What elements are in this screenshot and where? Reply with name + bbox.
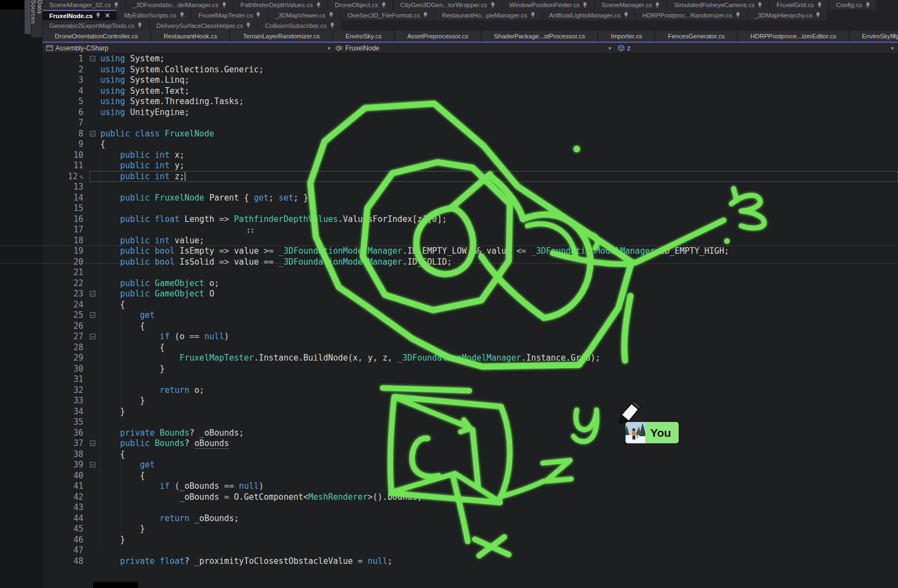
document-tab[interactable]: CityGen3DGen...torWrapper.cs (394, 0, 502, 10)
pin-icon[interactable] (382, 2, 386, 8)
pin-icon[interactable] (624, 12, 628, 18)
pin-icon[interactable] (866, 2, 870, 8)
code-line[interactable]: 1–using System; (43, 54, 898, 65)
code-line[interactable]: 7 (43, 118, 898, 129)
code-editor[interactable]: ∙∙∙∙ 1–using System;2using System.Collec… (43, 54, 898, 588)
breadcrumb-member[interactable]: z (617, 43, 630, 53)
code-line[interactable]: 28 { (43, 342, 898, 353)
pin-icon[interactable] (329, 12, 333, 18)
document-tab[interactable]: ArtificialLightsManager.cs (543, 10, 635, 20)
code-line[interactable]: 40 { (43, 471, 898, 482)
document-tab[interactable]: Config.cs (829, 0, 877, 10)
code-line[interactable]: 20 public bool IsSolid => value == _3DFo… (43, 257, 898, 268)
code-line[interactable]: 47 (43, 545, 898, 556)
code-line[interactable]: 6using UnityEngine; (43, 107, 898, 118)
pin-icon[interactable] (256, 12, 260, 18)
document-tab[interactable]: PathfinderDepthValues.cs (234, 0, 327, 10)
document-tab[interactable]: FruxelMapTester.cs (192, 10, 268, 20)
code-line[interactable]: 43 (43, 503, 898, 513)
document-tab[interactable]: HDRPPostproc...Randomizer.cs (636, 10, 747, 20)
breadcrumb-type[interactable]: FruxelNode (336, 43, 379, 53)
code-line[interactable]: 4using System.Text; (43, 86, 898, 97)
tab-overflow-chevron-icon[interactable]: ▾ (893, 32, 896, 39)
code-line[interactable]: 29 FruxelMapTester.Instance.BuildNode(x,… (43, 353, 898, 364)
fold-collapse-marker[interactable]: – (90, 462, 95, 467)
code-line[interactable]: 13 (43, 182, 898, 193)
pin-icon[interactable] (330, 22, 334, 28)
document-tab[interactable]: RestaurantHo...pleManager.cs (435, 10, 541, 20)
code-line[interactable]: 33 } (43, 396, 898, 407)
fold-collapse-marker[interactable]: – (90, 312, 95, 318)
pin-icon[interactable] (423, 12, 428, 18)
breadcrumb-project[interactable]: Assembly-CSharp (46, 43, 109, 53)
code-line[interactable]: 21 (43, 267, 898, 278)
code-line[interactable]: 11 public int y; (43, 161, 898, 172)
code-line[interactable]: 15 (43, 203, 898, 214)
document-well-tab[interactable]: ShaderPackage...stProcessor.cs (482, 31, 597, 42)
document-tab[interactable]: _3DFoundatio...delManager.cs (126, 0, 233, 10)
code-line[interactable]: 34 } (43, 407, 898, 418)
code-line[interactable]: 39– get (43, 460, 898, 471)
code-line[interactable]: 48 private float? _proximityToClosestObs… (43, 556, 898, 567)
code-line[interactable]: 5using System.Threading.Tasks; (43, 96, 898, 107)
code-line[interactable]: 16 public float Length => PathfinderDept… (43, 214, 898, 225)
pin-icon[interactable] (758, 2, 762, 8)
document-tab[interactable]: DroneObject.cs (328, 0, 393, 10)
code-line[interactable]: 14 public FruxelNode Parent { get; set; … (43, 193, 898, 204)
fold-collapse-marker[interactable]: – (90, 131, 95, 136)
fold-collapse-marker[interactable]: – (90, 334, 95, 339)
document-tab[interactable]: SceneManager.cs (595, 0, 666, 10)
document-well-tab[interactable]: Importer.cs (599, 31, 654, 42)
document-tab[interactable]: CollisionSubscriber.cs (258, 20, 341, 31)
pin-icon[interactable] (316, 2, 321, 8)
breadcrumb-member-caret[interactable]: ▾ (609, 43, 611, 53)
document-well-tab[interactable]: FencesGenerator.cs (656, 31, 737, 42)
document-tab[interactable]: DeliverySurfaceClassHelper.cs (150, 20, 257, 31)
fold-collapse-marker[interactable]: – (90, 441, 95, 446)
document-well-tab[interactable]: EnviroSky.cs (333, 31, 394, 42)
document-tab[interactable]: WindowPositionFinder.cs (503, 0, 594, 10)
code-line[interactable]: 8–public class FruxelNode (43, 129, 898, 140)
code-line[interactable]: 26 { (43, 321, 898, 332)
document-tab[interactable]: SimulatedFisheyeCamera.cs (667, 0, 769, 10)
pin-icon[interactable] (138, 22, 142, 28)
code-line[interactable]: 22 public GameObject o; (43, 278, 898, 289)
document-well-tab[interactable]: HDRPPostproce...izerEditor.cs (738, 31, 849, 42)
document-well-tab[interactable]: DroneOrientationController.cs (43, 31, 150, 42)
code-line[interactable]: 18 public int value; (43, 236, 898, 247)
pin-icon[interactable] (180, 12, 184, 18)
fold-collapse-marker[interactable]: – (90, 56, 95, 61)
code-line[interactable]: 31 (43, 374, 898, 385)
code-line[interactable]: 17 (43, 225, 898, 236)
code-line[interactable]: 2using System.Collections.Generic; (43, 65, 898, 76)
code-line[interactable]: 36 private Bounds? _oBounds; (43, 428, 898, 439)
fold-collapse-marker[interactable]: – (90, 291, 95, 296)
breadcrumb-project-caret[interactable]: ▾ (328, 43, 331, 53)
document-well-tab[interactable]: RestaurantHook.cs (152, 31, 230, 42)
code-line[interactable]: 27– if (o == null) (43, 332, 898, 342)
pin-icon[interactable] (222, 2, 226, 8)
document-tab[interactable]: _3DMapHierarchy.cs (748, 10, 827, 20)
code-line[interactable]: 9{ (43, 139, 898, 150)
document-tab[interactable]: OneSec3D_FileFormat.cs (341, 10, 434, 20)
breadcrumb-overflow-caret[interactable]: ▾ (891, 43, 894, 53)
pin-icon[interactable] (531, 12, 535, 18)
code-line[interactable]: 12✎ public int z; (43, 172, 898, 182)
pin-icon[interactable] (816, 12, 820, 18)
code-line[interactable]: 45 } (43, 524, 898, 535)
document-tab[interactable]: _3DMapViewer.cs (268, 10, 339, 20)
pin-icon[interactable] (736, 12, 740, 18)
pin-icon[interactable] (583, 2, 587, 8)
document-tab[interactable]: FruxelGrid.cs (770, 0, 828, 10)
code-line[interactable]: 10 public int x; (43, 150, 898, 161)
code-line[interactable]: 38 { (43, 449, 898, 460)
document-well-tab[interactable]: AssetPreprocessor.cs (395, 31, 480, 42)
code-line[interactable]: 3using System.Linq; (43, 75, 898, 86)
code-line[interactable]: 44 return _oBounds; (43, 513, 898, 524)
code-line[interactable]: 32 return o; (43, 385, 898, 396)
document-tab[interactable]: MyEditorScripts.cs (117, 10, 190, 20)
code-line[interactable]: 25– get (43, 310, 898, 321)
pin-icon[interactable] (246, 22, 251, 28)
document-tab[interactable]: SceneManager_02.cs (43, 0, 125, 10)
data-sources-vertical-tab[interactable]: Data Sources (31, 0, 42, 37)
